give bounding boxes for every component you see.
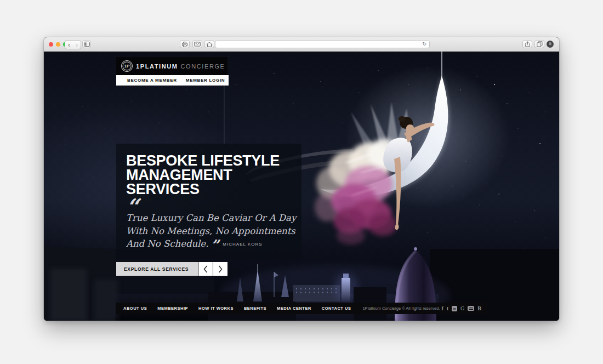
blogger-icon[interactable]: B (477, 306, 481, 311)
footer-link-media-center[interactable]: MEDIA CENTER (277, 306, 311, 311)
home-icon (206, 42, 213, 47)
brand-name-secondary: CONCIERGE (181, 63, 225, 70)
history-nav: ‹ › (65, 40, 81, 49)
member-nav: BECOME A MEMBER MEMBER LOGIN (116, 75, 229, 86)
back-icon[interactable]: ‹ (68, 42, 70, 48)
footer-link-contact-us[interactable]: CONTACT US (322, 306, 351, 311)
home-button[interactable] (204, 40, 214, 48)
quote-line-text: And No Schedule. (126, 238, 208, 249)
browser-window: ‹ › (44, 37, 559, 321)
forward-icon[interactable]: › (76, 42, 78, 48)
mail-button[interactable] (192, 40, 202, 48)
quote-line: True Luxury Can Be Caviar Or A Day (126, 212, 302, 225)
member-login-link[interactable]: MEMBER LOGIN (186, 78, 225, 83)
facebook-icon[interactable]: f (441, 306, 443, 311)
next-slide-button[interactable] (213, 262, 227, 276)
brand-logo-icon: 1P (121, 60, 133, 72)
twitter-icon[interactable]: t (447, 306, 448, 311)
youtube-icon[interactable] (468, 306, 474, 311)
close-quote-mark: ” (211, 237, 219, 253)
browser-toolbar: ‹ › (44, 37, 559, 52)
settings-icon[interactable] (547, 41, 554, 48)
chevron-right-icon (218, 265, 223, 274)
chevron-left-icon (203, 265, 208, 274)
social-links: f t in G B (441, 306, 481, 311)
footer-link-about-us[interactable]: ABOUT US (123, 306, 147, 311)
duplicate-icon (537, 41, 543, 47)
reload-icon[interactable]: ↻ (422, 42, 426, 47)
quote-line: And No Schedule.”MICHAEL KORS (126, 237, 302, 251)
copyright-text: 1Platinum Concierge © All rights reserve… (362, 306, 440, 311)
linkedin-icon[interactable]: in (452, 306, 457, 311)
hero-title-line: BESPOKE LIFESTYLE (126, 153, 302, 168)
mail-icon (194, 42, 201, 47)
minimize-window-button[interactable] (56, 42, 60, 47)
print-icon (181, 42, 188, 47)
hero-title-line: MANAGEMENT (126, 168, 302, 182)
print-button[interactable] (180, 40, 190, 48)
previous-slide-button[interactable] (198, 262, 213, 276)
close-window-button[interactable] (49, 42, 53, 47)
footer-link-benefits[interactable]: BENEFITS (244, 306, 266, 311)
quote-attribution: MICHAEL KORS (223, 242, 262, 247)
footer-link-membership[interactable]: MEMBERSHIP (157, 306, 188, 311)
explore-controls: EXPLORE ALL SERVICES (116, 262, 227, 276)
hero-overlay: BESPOKE LIFESTYLE MANAGEMENT SERVICES “ … (116, 144, 302, 259)
hero-title-line: SERVICES (126, 182, 302, 196)
become-member-link[interactable]: BECOME A MEMBER (127, 78, 177, 83)
footer-link-how-it-works[interactable]: HOW IT WORKS (198, 306, 234, 311)
site-footer: ABOUT US MEMBERSHIP HOW IT WORKS BENEFIT… (116, 303, 487, 314)
duplicate-tab-button[interactable] (534, 40, 544, 48)
open-quote-mark: “ (126, 198, 302, 212)
sidebar-icon (84, 42, 90, 47)
brand-name: 1PLATINUM (136, 63, 178, 70)
desktop-background: ‹ › (0, 0, 603, 364)
share-icon (525, 41, 531, 47)
share-button[interactable] (522, 40, 532, 48)
google-icon[interactable]: G (460, 306, 464, 311)
webpage: 1P 1PLATINUM CONCIERGE BECOME A MEMBER M… (44, 52, 559, 321)
quote-line: With No Meetings, No Appointments (126, 225, 302, 238)
site-header: 1P 1PLATINUM CONCIERGE (116, 57, 227, 75)
sidebar-toggle-button[interactable] (82, 40, 91, 48)
address-bar[interactable]: ↻ (215, 40, 430, 48)
explore-all-services-button[interactable]: EXPLORE ALL SERVICES (116, 262, 198, 276)
